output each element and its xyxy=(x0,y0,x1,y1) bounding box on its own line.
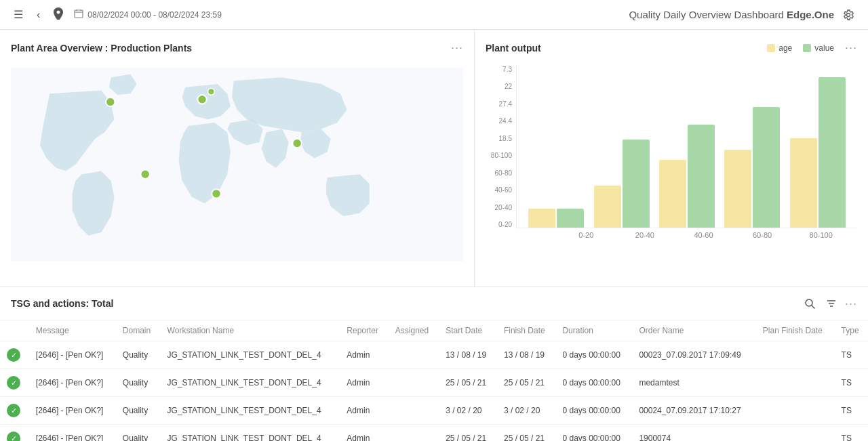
bar-value-20-40 xyxy=(623,140,650,228)
row-check: ✓ xyxy=(0,397,29,425)
row-message: [2646] - [Pen OK?] xyxy=(29,369,116,397)
map-panel-title: Plant Area Overview : Production Plants xyxy=(11,43,192,54)
row-plan-finish xyxy=(756,341,835,369)
bar-group-20-40 xyxy=(589,140,654,228)
row-start-date: 3 / 02 / 20 xyxy=(439,397,497,425)
row-message: [2646] - [Pen OK?] xyxy=(29,341,116,369)
settings-button[interactable] xyxy=(840,6,857,24)
x-label-0-20: 0-20 xyxy=(557,231,616,239)
svg-line-12 xyxy=(812,306,814,308)
search-button[interactable] xyxy=(802,295,818,312)
chart-panel: Plant output age value ··· xyxy=(475,30,868,287)
map-panel: Plant Area Overview : Production Plants … xyxy=(0,30,475,287)
svg-point-8 xyxy=(208,89,215,96)
y-label-3: 27.4 xyxy=(499,100,512,108)
table-header-row: Message Domain Workstation Name Reporter… xyxy=(0,320,868,341)
row-assigned xyxy=(389,397,439,425)
col-duration: Duration xyxy=(555,320,632,341)
row-order-name: 00024_07.09.2017 17:10:27 xyxy=(632,397,755,425)
col-start-date: Start Date xyxy=(439,320,497,341)
bar-group-60-80 xyxy=(719,107,785,228)
topbar: ☰ ‹ 08/02/2024 00:00 - 08/02/2024 23:59 … xyxy=(0,0,868,30)
back-button[interactable]: ‹ xyxy=(34,6,43,24)
y-axis: 7.3 22 27.4 24.4 18.5 80-100 60-80 40-60… xyxy=(486,66,516,228)
x-axis: 0-20 20-40 40-60 60-80 80-100 xyxy=(486,231,857,239)
col-reporter: Reporter xyxy=(340,320,388,341)
bar-age-40-60 xyxy=(659,160,686,228)
row-type: TS xyxy=(835,369,868,397)
bar-age-0-20 xyxy=(528,209,555,228)
svg-rect-0 xyxy=(75,10,83,18)
location-button[interactable] xyxy=(51,5,66,25)
table-wrapper[interactable]: Message Domain Workstation Name Reporter… xyxy=(0,320,868,441)
row-reporter: Admin xyxy=(340,341,388,369)
col-check xyxy=(0,320,29,341)
row-finish-date: 25 / 05 / 21 xyxy=(497,425,556,442)
back-icon: ‹ xyxy=(37,9,40,21)
x-label-40-60: 40-60 xyxy=(674,231,733,239)
row-reporter: Admin xyxy=(340,397,388,425)
row-finish-date: 25 / 05 / 21 xyxy=(497,369,556,397)
row-workstation: JG_STATION_LINK_TEST_DONT_DEL_4 xyxy=(161,425,340,442)
row-workstation: JG_STATION_LINK_TEST_DONT_DEL_4 xyxy=(161,341,340,369)
x-label-80-100: 80-100 xyxy=(791,231,850,239)
bar-group-40-60 xyxy=(654,125,719,228)
filter-button[interactable] xyxy=(823,295,840,312)
y-label-7: 60-80 xyxy=(494,169,512,177)
section-header: TSG and actions: Total ··· xyxy=(0,287,868,320)
bar-group-0-20 xyxy=(524,209,589,228)
row-duration: 0 days 00:00:00 xyxy=(555,341,632,369)
row-type: TS xyxy=(835,397,868,425)
col-message: Message xyxy=(29,320,116,341)
row-finish-date: 13 / 08 / 19 xyxy=(497,341,556,369)
row-domain: Quality xyxy=(116,425,161,442)
check-icon: ✓ xyxy=(7,404,20,417)
svg-point-5 xyxy=(106,98,115,106)
row-assigned xyxy=(389,369,439,397)
table-more-button[interactable]: ··· xyxy=(845,297,857,311)
bar-age-80-100 xyxy=(790,138,817,228)
svg-point-9 xyxy=(212,189,220,198)
bar-group-80-100 xyxy=(785,77,850,228)
col-order-name: Order Name xyxy=(632,320,755,341)
date-range-display: 08/02/2024 00:00 - 08/02/2024 23:59 xyxy=(74,9,222,20)
svg-point-6 xyxy=(141,170,150,179)
y-label-5: 18.5 xyxy=(499,135,512,142)
bar-age-20-40 xyxy=(594,186,621,228)
date-range-text: 08/02/2024 00:00 - 08/02/2024 23:59 xyxy=(87,10,222,20)
row-workstation: JG_STATION_LINK_TEST_DONT_DEL_4 xyxy=(161,397,340,425)
table-row: ✓ [2646] - [Pen OK?] Quality JG_STATION_… xyxy=(0,369,868,397)
row-assigned xyxy=(389,425,439,442)
row-workstation: JG_STATION_LINK_TEST_DONT_DEL_4 xyxy=(161,369,340,397)
chart-more-button[interactable]: ··· xyxy=(845,41,857,55)
row-check: ✓ xyxy=(0,369,29,397)
row-domain: Quality xyxy=(116,397,161,425)
menu-button[interactable]: ☰ xyxy=(11,5,26,24)
row-start-date: 25 / 05 / 21 xyxy=(439,369,497,397)
bar-chart-container: 7.3 22 27.4 24.4 18.5 80-100 60-80 40-60… xyxy=(486,66,857,269)
bottom-section: TSG and actions: Total ··· Message Domai… xyxy=(0,287,868,441)
table-row: ✓ [2646] - [Pen OK?] Quality JG_STATION_… xyxy=(0,341,868,369)
bar-value-60-80 xyxy=(753,107,780,228)
svg-point-7 xyxy=(197,95,206,104)
y-label-1: 7.3 xyxy=(502,66,512,73)
bar-value-80-100 xyxy=(818,77,846,228)
map-more-button[interactable]: ··· xyxy=(451,41,463,55)
legend-age-color xyxy=(767,44,775,52)
table-row: ✓ [2646] - [Pen OK?] Quality JG_STATION_… xyxy=(0,425,868,442)
col-domain: Domain xyxy=(116,320,161,341)
row-assigned xyxy=(389,341,439,369)
check-icon: ✓ xyxy=(7,376,20,390)
row-duration: 0 days 00:00:00 xyxy=(555,425,632,442)
bar-value-0-20 xyxy=(557,209,584,228)
row-reporter: Admin xyxy=(340,425,388,442)
chart-panel-title: Plant output xyxy=(486,43,541,54)
col-assigned: Assigned xyxy=(389,320,439,341)
row-plan-finish xyxy=(756,425,835,442)
map-panel-header: Plant Area Overview : Production Plants … xyxy=(11,41,463,55)
section-actions: ··· xyxy=(802,295,857,312)
menu-icon: ☰ xyxy=(14,8,23,21)
topbar-right: Quality Daily Overview Dashboard Edge.On… xyxy=(629,6,857,24)
row-check: ✓ xyxy=(0,425,29,442)
chart-panel-header: Plant output age value ··· xyxy=(486,41,857,55)
